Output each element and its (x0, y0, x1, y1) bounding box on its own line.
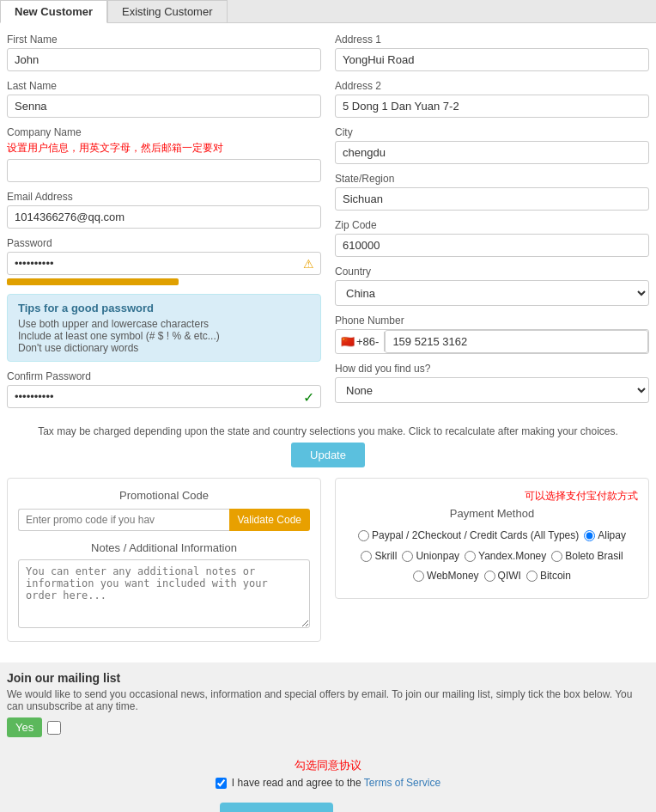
phone-flag: 🇨🇳 +86- (336, 332, 385, 351)
mailing-checkbox[interactable] (47, 721, 61, 735)
zip-input[interactable] (335, 234, 649, 257)
find-us-select[interactable]: None Google Friend (335, 377, 649, 403)
payment-title: Payment Method (346, 507, 638, 520)
webmoney-option[interactable]: WebMoney (413, 567, 478, 586)
address1-label: Address 1 (335, 34, 649, 46)
confirm-password-label: Confirm Password (7, 370, 321, 382)
bitcoin-radio[interactable] (526, 571, 538, 582)
unionpay-radio[interactable] (402, 551, 413, 562)
unionpay-option[interactable]: Unionpay (402, 547, 459, 566)
state-input[interactable] (335, 187, 649, 211)
update-button[interactable]: Update (291, 443, 365, 467)
phone-input[interactable] (385, 330, 648, 353)
alipay-label: Alipay (598, 527, 626, 546)
checkout-section: Checkout ➔ 最后点击提交订单 (0, 794, 656, 812)
unionpay-label: Unionpay (416, 547, 459, 566)
checkout-button[interactable]: Checkout ➔ (220, 803, 333, 812)
yandex-radio[interactable] (465, 551, 476, 562)
phone-code: +86- (356, 335, 379, 348)
paypal-option[interactable]: Paypal / 2Checkout / Credit Cards (All T… (358, 527, 579, 546)
password-tips-title: Tips for a good password (18, 302, 154, 314)
email-input[interactable] (7, 205, 321, 229)
agreement-annotation: 勾选同意协议 (0, 758, 656, 773)
skrill-radio[interactable] (361, 551, 372, 562)
mailing-description: We would like to send you occasional new… (7, 688, 649, 712)
agreement-text: I have read and agree to the Terms of Se… (232, 777, 440, 789)
country-label: Country (335, 266, 649, 278)
right-column: Address 1 Address 2 City State/Region Zi… (335, 34, 649, 417)
email-label: Email Address (7, 191, 321, 203)
zip-label: Zip Code (335, 219, 649, 231)
first-name-input[interactable] (7, 48, 321, 71)
promo-notes-col: Promotional Code Validate Code Notes / A… (7, 478, 321, 642)
tax-notice: Tax may be charged depending upon the st… (7, 417, 649, 443)
password-tips-list: Use both upper and lowercase characters … (18, 318, 310, 354)
email-group: Email Address (7, 191, 321, 229)
agreement-row: I have read and agree to the Terms of Se… (0, 777, 656, 789)
payment-col: 可以选择支付宝付款方式 Payment Method Paypal / 2Che… (335, 478, 649, 642)
address2-group: Address 2 (335, 80, 649, 118)
webmoney-label: WebMoney (427, 567, 478, 586)
tab-existing-customer[interactable]: Existing Customer (107, 0, 227, 22)
tab-new-customer[interactable]: New Customer (0, 0, 107, 23)
company-name-input[interactable] (7, 159, 321, 182)
boleto-radio[interactable] (551, 551, 562, 562)
promo-box: Promotional Code Validate Code Notes / A… (7, 478, 321, 642)
tos-link[interactable]: Terms of Service (364, 777, 440, 789)
boleto-option[interactable]: Boleto Brasil (551, 547, 623, 566)
webmoney-radio[interactable] (413, 571, 424, 582)
boleto-label: Boleto Brasil (565, 547, 623, 566)
notes-box: Notes / Additional Information (18, 541, 310, 631)
password-warning-icon: ⚠ (303, 257, 314, 271)
alipay-option[interactable]: Alipay (584, 527, 626, 546)
main-content: First Name Last Name Company Name 设置用户信息… (0, 23, 656, 662)
city-input[interactable] (335, 141, 649, 164)
mailing-row: Yes (7, 717, 649, 737)
payment-row-3: WebMoney QIWI Bitcoin (346, 567, 638, 586)
city-group: City (335, 126, 649, 164)
zip-group: Zip Code (335, 219, 649, 257)
qiwi-label: QIWI (498, 567, 521, 586)
last-name-input[interactable] (7, 95, 321, 118)
form-columns: First Name Last Name Company Name 设置用户信息… (7, 34, 649, 417)
country-group: Country China United States Other (335, 266, 649, 306)
promo-label: Promotional Code (18, 489, 310, 502)
yandex-option[interactable]: Yandex.Money (465, 547, 546, 566)
state-label: State/Region (335, 173, 649, 185)
mailing-yes-button[interactable]: Yes (7, 717, 42, 737)
paypal-radio[interactable] (358, 530, 369, 541)
promo-input-row: Validate Code (18, 509, 310, 531)
skrill-option[interactable]: Skrill (361, 547, 397, 566)
bitcoin-option[interactable]: Bitcoin (526, 567, 571, 586)
first-name-label: First Name (7, 34, 321, 46)
agreement-checkbox[interactable] (216, 778, 227, 789)
alipay-radio[interactable] (584, 530, 595, 541)
password-tip-2: Include at least one symbol (# $ ! % & e… (18, 330, 310, 342)
qiwi-option[interactable]: QIWI (484, 567, 521, 586)
mailing-section: Join our mailing list We would like to s… (0, 662, 656, 746)
password-input[interactable] (7, 252, 321, 275)
confirm-check-icon: ✓ (303, 388, 314, 405)
phone-group: Phone Number 🇨🇳 +86- (335, 314, 649, 354)
first-name-group: First Name (7, 34, 321, 71)
notes-textarea[interactable] (18, 559, 310, 628)
password-tip-3: Don't use dictionary words (18, 342, 310, 354)
validate-code-button[interactable]: Validate Code (229, 509, 311, 531)
confirm-password-group: Confirm Password ✓ (7, 370, 321, 408)
phone-label: Phone Number (335, 314, 649, 327)
payment-box: 可以选择支付宝付款方式 Payment Method Paypal / 2Che… (335, 478, 649, 599)
address1-input[interactable] (335, 48, 649, 71)
address2-input[interactable] (335, 95, 649, 118)
qiwi-radio[interactable] (484, 571, 495, 582)
bitcoin-label: Bitcoin (540, 567, 571, 586)
left-column: First Name Last Name Company Name 设置用户信息… (7, 34, 321, 417)
bottom-columns: Promotional Code Validate Code Notes / A… (7, 478, 649, 642)
payment-row-2: Skrill Unionpay Yandex.Money Boleto (346, 547, 638, 566)
confirm-password-input[interactable] (7, 385, 321, 408)
country-select[interactable]: China United States Other (335, 280, 649, 306)
promo-input[interactable] (18, 509, 229, 531)
password-tips-box: Tips for a good password Use both upper … (7, 294, 321, 362)
payment-options: Paypal / 2Checkout / Credit Cards (All T… (346, 527, 638, 586)
company-name-group: Company Name 设置用户信息，用英文字母，然后邮箱一定要对 (7, 126, 321, 182)
password-strength-bar (7, 278, 179, 285)
